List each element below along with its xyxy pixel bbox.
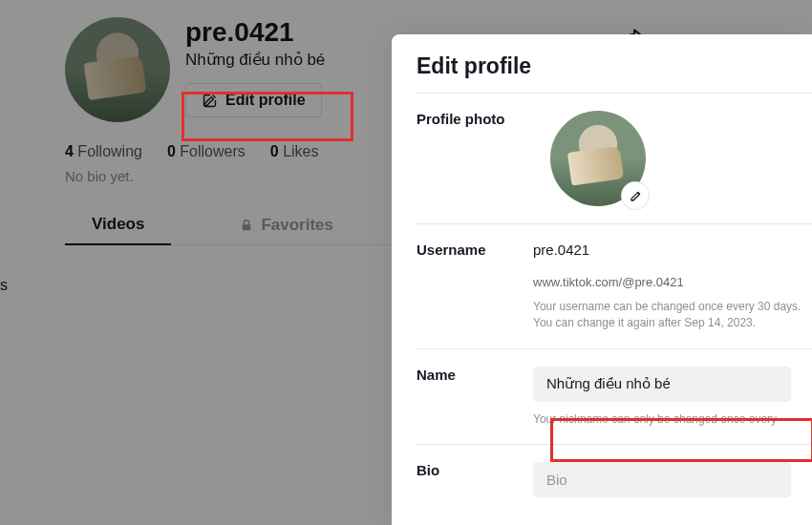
name-input[interactable] xyxy=(533,367,791,402)
profile-photo-label: Profile photo xyxy=(417,111,533,206)
section-name: Name Your nickname can only be changed o… xyxy=(417,348,812,445)
tab-videos[interactable]: Videos xyxy=(65,205,171,245)
username-label: Username xyxy=(417,242,533,331)
section-bio: Bio xyxy=(417,444,812,525)
username-hint: Your username can be changed once every … xyxy=(533,299,812,331)
likes-stat[interactable]: 0 Likes xyxy=(270,143,319,160)
edit-avatar-button[interactable] xyxy=(621,181,650,210)
edit-profile-modal: Edit profile Profile photo Username pre.… xyxy=(392,34,812,525)
bio-input[interactable] xyxy=(533,462,791,497)
username-value[interactable]: pre.0421 xyxy=(533,242,812,258)
section-profile-photo: Profile photo xyxy=(417,93,812,223)
following-stat[interactable]: 4 Following xyxy=(65,143,142,160)
tab-favorites[interactable]: Favorites xyxy=(213,205,360,244)
username-url: www.tiktok.com/@pre.0421 xyxy=(533,275,812,289)
followers-stat[interactable]: 0 Followers xyxy=(167,143,246,160)
lock-icon xyxy=(240,219,253,232)
pencil-icon xyxy=(629,189,643,203)
name-label: Name xyxy=(417,367,533,428)
profile-avatar[interactable] xyxy=(65,17,170,122)
svg-rect-1 xyxy=(243,224,251,230)
name-hint: Your nickname can only be changed once e… xyxy=(533,411,812,428)
section-username: Username pre.0421 www.tiktok.com/@pre.04… xyxy=(417,223,812,348)
modal-title: Edit profile xyxy=(417,53,812,93)
bio-label: Bio xyxy=(417,462,533,497)
annotation-highlight-edit-button xyxy=(182,92,353,141)
stray-text: s xyxy=(0,277,8,294)
